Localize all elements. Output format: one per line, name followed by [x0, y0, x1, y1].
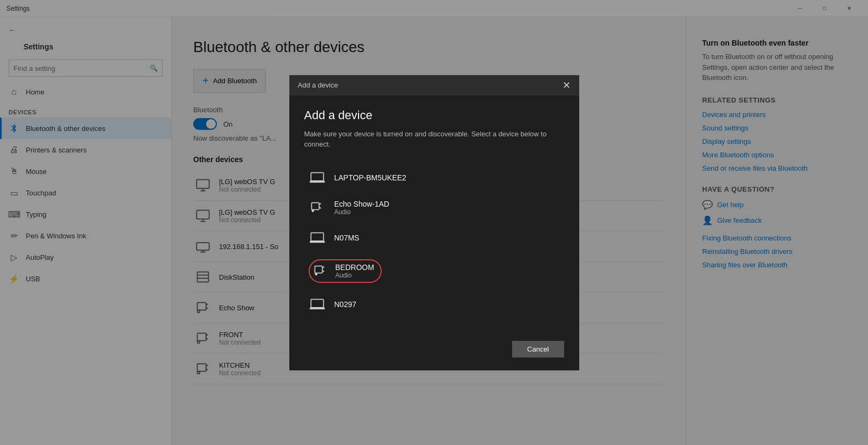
- list-item[interactable]: Echo Show-1AD Audio: [304, 193, 564, 223]
- svg-rect-30: [311, 232, 323, 240]
- svg-point-35: [315, 273, 317, 275]
- device-list-info: N07MS: [334, 234, 360, 242]
- device-list-name: Echo Show-1AD: [334, 200, 390, 208]
- device-list-info: LAPTOP-BM5UKEE2: [334, 173, 406, 182]
- list-item[interactable]: N07MS: [304, 223, 564, 253]
- list-item[interactable]: BEDROOM Audio: [304, 253, 564, 289]
- svg-rect-32: [315, 266, 322, 273]
- svg-rect-37: [310, 307, 325, 309]
- svg-rect-25: [310, 180, 325, 183]
- modal-overlay: Add a device ✕ Add a device Make sure yo…: [0, 0, 868, 445]
- svg-rect-31: [310, 240, 325, 243]
- list-item[interactable]: LAPTOP-BM5UKEE2: [304, 163, 564, 193]
- device-list-sub: Audio: [334, 208, 390, 216]
- svg-rect-36: [311, 299, 323, 307]
- svg-rect-24: [311, 172, 323, 180]
- device-list-info: Echo Show-1AD Audio: [334, 200, 390, 216]
- modal-body: Add a device Make sure your device is tu…: [289, 96, 579, 332]
- bedroom-device-name: BEDROOM: [335, 263, 374, 272]
- laptop-icon: [309, 296, 326, 313]
- laptop-icon: [309, 169, 326, 186]
- modal-title-bar: Add a device ✕: [289, 75, 579, 96]
- device-list-name: LAPTOP-BM5UKEE2: [334, 173, 406, 182]
- bedroom-speaker-icon: [312, 262, 329, 280]
- cancel-button[interactable]: Cancel: [512, 341, 564, 358]
- svg-rect-26: [311, 202, 319, 209]
- device-list-name: N07MS: [334, 234, 360, 242]
- svg-point-29: [311, 209, 314, 212]
- modal-heading: Add a device: [304, 108, 564, 122]
- modal-subtitle: Make sure your device is turned on and d…: [304, 129, 564, 150]
- bedroom-device-info: BEDROOM Audio: [335, 263, 374, 279]
- device-list-info: N0297: [334, 300, 356, 309]
- modal-close-button[interactable]: ✕: [563, 81, 571, 90]
- device-list-name: N0297: [334, 300, 356, 309]
- speaker-icon: [309, 199, 326, 216]
- add-device-modal: Add a device ✕ Add a device Make sure yo…: [289, 75, 579, 370]
- laptop-icon: [309, 229, 326, 246]
- bedroom-device-sub: Audio: [335, 272, 374, 279]
- modal-footer: Cancel: [289, 332, 579, 370]
- list-item[interactable]: N0297: [304, 289, 564, 319]
- modal-title: Add a device: [298, 81, 338, 89]
